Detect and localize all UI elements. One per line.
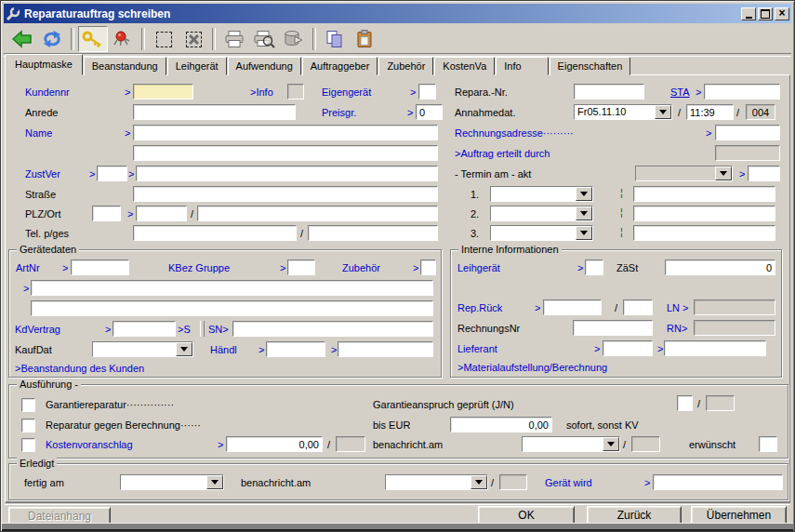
print-preview-button[interactable] <box>249 26 279 52</box>
tab-eigenschaften[interactable]: Eigenschaften <box>550 57 631 75</box>
database-export-button[interactable] <box>279 26 309 52</box>
tab-sheet <box>5 74 790 503</box>
tab-info[interactable]: Info <box>496 57 548 75</box>
app-window: Reparaturauftrag schreiben × <box>0 0 795 532</box>
refresh-button[interactable] <box>37 26 67 52</box>
back-button[interactable] <box>7 26 37 52</box>
selection-box-icon <box>156 32 172 47</box>
print-preview-icon <box>253 30 275 48</box>
tab-aufwendung[interactable]: Aufwendung <box>228 57 301 75</box>
printer-icon <box>223 30 245 48</box>
maximize-button[interactable] <box>758 7 773 20</box>
tab-zubehoer[interactable]: Zubehör <box>378 57 433 75</box>
pin-icon <box>113 30 133 48</box>
print-button[interactable] <box>219 26 249 52</box>
window-bottom-edge <box>2 523 793 531</box>
tab-strip: Hauptmaske Beanstandung Leihgerät Aufwen… <box>5 56 790 75</box>
toolbar-separator <box>141 28 145 50</box>
close-button[interactable]: × <box>775 7 789 20</box>
pin-button[interactable] <box>108 26 138 52</box>
delete-selection-icon <box>186 32 202 47</box>
window-title: Reparaturauftrag schreiben <box>24 7 170 20</box>
tab-kostenva[interactable]: KostenVa <box>434 57 495 75</box>
tab-beanstandung[interactable]: Beanstandung <box>84 57 166 75</box>
title-bar[interactable]: Reparaturauftrag schreiben × <box>4 4 791 23</box>
minimize-icon <box>746 8 752 19</box>
toolbar-separator <box>71 28 74 50</box>
toolbar <box>4 25 791 53</box>
paste-icon <box>354 30 375 48</box>
tab-hauptmaske[interactable]: Hauptmaske <box>5 54 83 75</box>
tab-auftraggeber[interactable]: Auftraggeber <box>302 57 378 75</box>
minimize-button[interactable] <box>741 7 756 20</box>
close-icon: × <box>778 7 785 19</box>
back-arrow-icon <box>12 30 33 48</box>
toolbar-separator <box>212 28 216 50</box>
maximize-icon <box>761 9 770 19</box>
key-button[interactable] <box>78 26 108 52</box>
refresh-icon <box>42 30 62 48</box>
copy-button[interactable] <box>320 26 350 52</box>
wrench-icon <box>6 7 20 21</box>
tab-leihgeraet[interactable]: Leihgerät <box>167 57 227 75</box>
database-export-icon <box>283 30 305 48</box>
delete-selection-button[interactable] <box>179 26 208 52</box>
selection-button[interactable] <box>149 26 179 52</box>
toolbar-separator <box>312 28 316 50</box>
paste-button[interactable] <box>350 26 379 52</box>
key-icon <box>82 30 104 48</box>
copy-icon <box>325 30 345 48</box>
